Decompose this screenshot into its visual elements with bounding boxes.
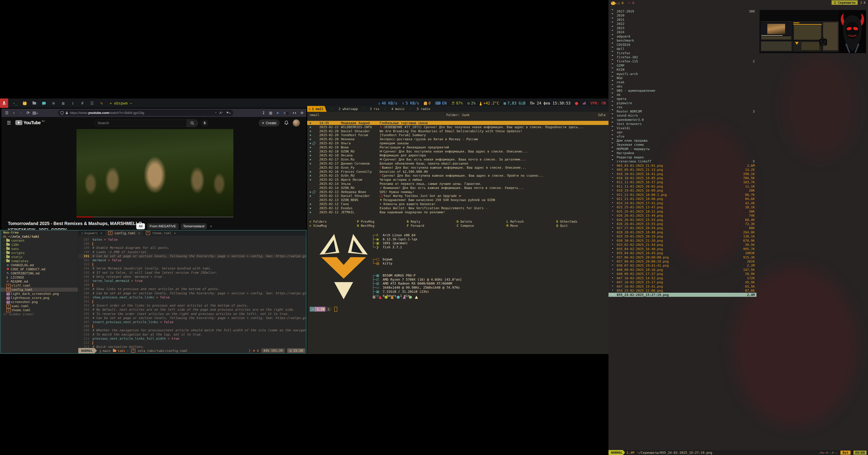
mail-row[interactable]: ●2025-02-22WILDBERRIES-INFO✴ (ИЗВЕЩЕНИЕ … [307,125,609,129]
scroll-position-label[interactable]: Bot [840,451,850,455]
url-text[interactable]: https://www.youtube.com/watch?v=5b8A-jgx… [70,111,144,115]
tree-dir-i18n[interactable]: ›i18n [1,242,78,247]
file-025_25-01-2025_18-21.png[interactable]: 025_25-01-2025_18-21.png30K [609,209,756,214]
dir-2024[interactable]: 2024 [609,30,756,34]
file-019_19-01-2025_16-09.png[interactable]: 019_19-01-2025_16-09.png20K [609,188,756,193]
tab-screenshots[interactable]: 1 Скриншоты [832,0,858,5]
dir-Дом клик продажа[interactable]: Дом клик продажа [609,138,756,142]
notifications-bell-icon[interactable] [284,121,288,126]
dir-opera[interactable]: opera [609,97,756,101]
chip-tomorrowland[interactable]: Tomorrowland [181,223,207,229]
reader-icon[interactable]: ▤▼ [32,110,39,115]
mail-row[interactable]: ●2025-02-17Даниил СотниковБольшое обновл… [307,161,609,165]
file-040_09-02-2025_17-37.png[interactable]: 040_09-02-2025_17-37.png20,9K [609,272,756,276]
terminal-tab-1 mail[interactable]: ●1 mail [307,106,327,112]
code-buffer[interactable]: 187katex = false188189# Enable Mermaid d… [78,236,306,348]
mail-row[interactable]: ●2025-02-19ЮлияРегистрация и Ликвидация … [307,145,609,149]
dir-sound-micro[interactable]: sound-micro [609,113,756,118]
tree-dir-templates[interactable]: ›templates [1,259,78,263]
terminal-tab-4 music[interactable]: 4 music [391,107,405,111]
tree-file-theme.toml[interactable]: Ttheme.toml [1,308,78,312]
video-player[interactable] [76,129,234,217]
forward-icon[interactable]: › [18,110,25,115]
mail-row[interactable]: 2025-02-16Ozon_Py! Важно! Для Вас поступ… [307,165,609,169]
rss-icon[interactable]: ◔ [215,111,217,115]
dir-COVID19[interactable]: COVID19 [609,43,756,47]
file-025_25-01-2025_13-47.png[interactable]: 025_25-01-2025_13-47.png38,1K [609,205,756,209]
tree-file-sumi.toml[interactable]: Tsumi.toml [1,304,78,308]
file-035_04-02-2025_16-45.png[interactable]: 035_04-02-2025_16-45.png1003K [609,251,756,255]
dir-2017-2019[interactable]: 2017-2019380 [609,9,756,13]
dir-Router_NORCOM[interactable]: Router_NORCOM3 [609,109,756,113]
mail-row[interactable]: ●14:35Медведев АндрейГлобальные торговые… [307,121,609,125]
file-054_23-02-2025_12-06.png[interactable]: 054_23-02-2025_12-06.png87,6K [609,289,756,293]
dir-статистика tinkoff[interactable]: статистика tinkoff5 [609,159,756,163]
dir-mywifi-arch[interactable]: mywifi-arch [609,72,756,76]
mail-row[interactable]: ●2025-02-19Ольгаприведем заказы [307,141,609,145]
neotree-root[interactable]: 🗁 ~/zola_tabi/tabi [1,234,78,238]
shortcut-delete[interactable]: D Delete [457,220,472,223]
mail-row[interactable]: ●2025-02-15OzOn_RU! Срочно! Для Вас пост… [307,173,609,177]
dir-obs[interactable]: obs [609,84,756,88]
tab-close-icon[interactable]: × [138,231,140,235]
shell-prompt[interactable]: ~ 1.20 $ [310,307,337,312]
dir-KSIN[interactable]: KSIN [609,68,756,72]
dir-firefox-115[interactable]: firefox-1152 [609,59,756,63]
search-button[interactable] [187,119,198,127]
bookmark-icon[interactable]: ⚑▼ [226,111,231,115]
dir-test browsers[interactable]: test browsers [609,122,756,126]
avatar[interactable] [293,120,300,127]
file-024_24-01-2025_17-41.png[interactable]: 024_24-01-2025_17-41.png42,4K [609,201,756,205]
file-038_07-02-2025_19:41:41.png[interactable]: 038_07-02-2025_19:41:41.png2,2M [609,263,756,267]
extensions-icon[interactable]: ✣ [301,111,304,115]
tree-dir-sass[interactable]: ›sass [1,247,78,251]
file-003_03-01-2025_21-01.png[interactable]: 003_03-01-2025_21-01.png2,6M [609,164,756,168]
tab-close-icon[interactable]: × [100,231,102,235]
tab-close-icon[interactable]: × [174,231,176,235]
youtube-logo[interactable]: YouTube RU [15,120,45,125]
dir-2021[interactable]: 2021 [609,18,756,22]
mail-row[interactable]: ●2025-02-20НеонилаЭкспресс-доставка груз… [307,137,609,141]
dir-ok[interactable]: ok [609,93,756,97]
tree-file-cliff.toml[interactable]: Tcliff.toml [1,284,78,288]
terminal-tab-3 rss[interactable]: 3 rss [370,107,379,111]
tree-dir-content[interactable]: ›content [1,238,78,242]
yt-guide-icon[interactable]: ☰ [5,120,12,126]
dir-Vivaldi[interactable]: Vivaldi [609,126,756,130]
dir-firefox[interactable]: firefox [609,51,756,55]
file-035_04-02-2025_16-40.png[interactable]: 035_04-02-2025_16-40.png995,7K [609,247,756,251]
file-005_05-01-2025_21-13.png[interactable]: 005_05-01-2025_21-13.png14,2K [609,168,756,172]
file-011_11-01-2025_16-37.png[interactable]: 011_11-01-2025_16-37.png103,7K [609,180,756,184]
dir-firefox-102[interactable]: firefox-102 [609,55,756,59]
dir-Настройки[interactable]: Настройки [609,151,756,155]
file-047_16-02-2025_15-41.png[interactable]: 047_16-02-2025_15-41.png65,5K [609,284,756,289]
url-bar[interactable]: https://www.youtube.com/watch?v=5b8A-jgx… [58,110,234,116]
chips-scroll-right-icon[interactable]: › [210,224,212,229]
dir-adguard[interactable]: adguard [609,34,756,38]
video-progress-bar[interactable] [76,217,234,217]
dir-2023[interactable]: 2023 [609,26,756,30]
shield-icon[interactable] [60,111,64,115]
dir-ros[interactable]: ros [609,105,756,109]
workspace-pulse-icon[interactable]: ∿ [99,101,104,106]
shortcut-nextmsg[interactable]: N NextMsg [357,224,374,228]
file-047_16-02-2025_15-17.png[interactable]: 047_16-02-2025_15-17.png45,9K [609,280,756,284]
workspace-notes-icon[interactable]: ☰ [89,101,95,106]
shortcut-compose[interactable]: C Compose [457,224,474,228]
shortcut-quit[interactable]: Q Quit [556,224,568,228]
tree-file-CONTRIBUTING.md[interactable]: ✎CONTRIBUTING.md [1,271,78,275]
mail-row[interactable]: ●2025-02-13Daniel Shnaider❏ Your Warmy T… [307,194,609,198]
dir-OBS - шумоподавление[interactable]: OBS - шумоподавление [609,89,756,93]
file-033_02-02-2025_21-44.png[interactable]: 033_02-02-2025_21-44.png39,5K [609,242,756,247]
dir-GIMP[interactable]: GIMP [609,63,756,68]
file-026_26-01-2025_15-55.png[interactable]: 026_26-01-2025_15-55.png72,3K [609,222,756,226]
shortcut-refresh[interactable]: L Refresh [506,220,524,223]
container-mask-icon[interactable]: ◖◗ [292,111,297,115]
editor-tab-bspwmrc[interactable]: ▯bspwmrc× [78,230,105,236]
workspace-image-icon[interactable]: ▧ [60,101,66,106]
tree-dir-static[interactable]: ›static [1,255,78,259]
dir-Звуковая схема[interactable]: Звуковая схема [609,142,756,147]
tree-file-lighthouse_score.png[interactable]: PNGlighthouse_score.png [1,296,78,300]
mail-row[interactable]: ●2025-02-12ExodusExodus Wallet: New Veri… [307,206,609,210]
dir-xfce[interactable]: xfce [609,134,756,138]
